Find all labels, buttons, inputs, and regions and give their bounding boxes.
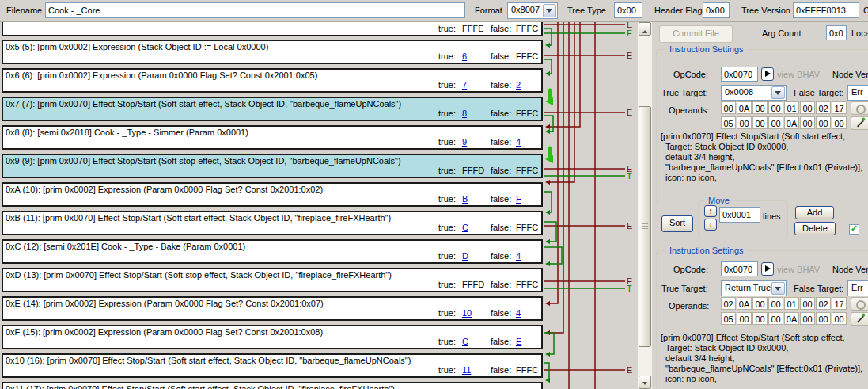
scrollbar-thumb[interactable] <box>639 106 651 347</box>
chevron-down-icon[interactable] <box>771 282 785 295</box>
true-target-link[interactable]: 10 <box>462 308 472 318</box>
operand-wizard-button[interactable] <box>851 312 868 326</box>
false-target-link[interactable]: 2 <box>516 80 521 90</box>
false-target-link[interactable]: 4 <box>516 137 521 147</box>
operand-byte[interactable]: 00 <box>768 312 783 325</box>
true-target-link[interactable]: C <box>462 223 468 232</box>
operand-byte[interactable]: 01 <box>784 297 799 310</box>
instruction-row[interactable]: 0xD (13): [prim 0x0070] Effect Stop/Star… <box>2 268 543 292</box>
scroll-down-button[interactable] <box>639 376 651 389</box>
operand-byte[interactable]: 00 <box>816 116 831 129</box>
instruction-row[interactable]: 0xE (14): [prim 0x0002] Expression (Para… <box>2 296 543 321</box>
operand-byte[interactable]: 00 <box>737 116 752 129</box>
operand-byte[interactable]: 0A <box>737 297 752 310</box>
sort-button[interactable]: Sort <box>661 215 693 232</box>
operand-tool-button[interactable] <box>851 297 868 311</box>
operand-byte[interactable]: 00 <box>832 312 847 325</box>
false-target-link[interactable]: E <box>516 337 521 346</box>
operand-byte[interactable]: 00 <box>800 312 815 325</box>
opcode-input[interactable] <box>721 67 758 82</box>
operand-byte[interactable]: 00 <box>768 101 783 114</box>
false-target-select[interactable]: Err <box>847 85 868 101</box>
instruction-row[interactable]: 0xB (11): [prim 0x0070] Effect Stop/Star… <box>2 211 543 235</box>
instruction-row[interactable]: 0x10 (16): [prim 0x0070] Effect Stop/Sta… <box>2 353 543 378</box>
operand-byte[interactable]: 00 <box>800 297 815 310</box>
operand-byte[interactable]: 00 <box>800 101 815 114</box>
enabled-checkbox[interactable]: ✓ <box>849 224 859 235</box>
opcode-input[interactable] <box>721 261 758 276</box>
filename-input[interactable] <box>45 2 465 18</box>
true-target-select[interactable]: 0x0008 <box>721 85 787 101</box>
move-down-button[interactable]: ↓ <box>704 219 717 231</box>
operand-byte[interactable]: 00 <box>816 312 831 325</box>
operand-byte[interactable]: 17 <box>832 297 847 310</box>
operand-byte[interactable]: 00 <box>752 297 768 310</box>
operand-byte[interactable]: 17 <box>832 101 847 114</box>
operand-byte[interactable]: 00 <box>721 101 736 114</box>
goto-bhav-button[interactable] <box>761 67 774 81</box>
operand-tool-button[interactable] <box>851 101 868 115</box>
true-target-link[interactable]: 11 <box>462 365 471 375</box>
vertical-scrollbar[interactable] <box>637 22 652 389</box>
true-target-label: True Target: <box>661 88 708 97</box>
operand-byte[interactable]: 00 <box>752 116 768 129</box>
instruction-row[interactable]: 0x9 (9): [prim 0x0070] Effect Stop/Start… <box>2 154 543 178</box>
operand-byte[interactable]: 02 <box>721 297 736 310</box>
operand-byte[interactable]: 00 <box>768 116 783 129</box>
instruction-row[interactable]: true:FFFEfalse:FFFC <box>2 22 543 36</box>
false-target-link[interactable]: 4 <box>516 251 521 261</box>
tree-type-input[interactable] <box>614 2 642 18</box>
tree-version-input[interactable] <box>793 2 859 18</box>
false-target-link: FFFC <box>516 280 538 289</box>
delete-button[interactable]: Delete <box>794 222 836 235</box>
move-lines-input[interactable] <box>719 207 760 223</box>
instruction-row[interactable]: 0x7 (7): [prim 0x0070] Effect Stop/Start… <box>2 97 543 121</box>
instruction-row[interactable]: 0xA (10): [prim 0x0002] Expression (Para… <box>2 182 543 207</box>
operand-byte[interactable]: 0A <box>737 101 752 114</box>
operand-byte[interactable]: 0A <box>784 312 799 325</box>
chevron-down-icon[interactable] <box>543 4 556 17</box>
true-target-link[interactable]: 6 <box>462 51 467 61</box>
operand-byte[interactable]: 00 <box>768 297 783 310</box>
false-target-select[interactable]: Err <box>847 280 868 296</box>
instruction-row[interactable]: 0x5 (5): [prim 0x0002] Expression (Stack… <box>2 40 543 64</box>
true-target-link[interactable]: C <box>462 337 468 346</box>
operand-byte[interactable]: 0A <box>784 116 799 129</box>
goto-bhav-button[interactable] <box>761 262 774 276</box>
operand-byte[interactable]: 02 <box>816 101 831 114</box>
false-target-link[interactable]: F <box>516 194 521 204</box>
instruction-list[interactable]: true:FFFEfalse:FFFC0x5 (5): [prim 0x0002… <box>2 22 543 389</box>
true-target-link[interactable]: 9 <box>462 137 467 147</box>
operand-byte[interactable]: 00 <box>737 312 752 325</box>
chevron-down-icon[interactable] <box>771 86 785 99</box>
format-select[interactable]: 0x8007 <box>507 2 558 19</box>
header-flag-input[interactable] <box>703 2 730 18</box>
instruction-row[interactable]: 0xC (12): [semi 0x201E] Cook - _Type - B… <box>2 239 543 264</box>
instruction-row[interactable]: 0x8 (8): [semi 0x2018] Cook - _Type - Si… <box>2 125 543 150</box>
operand-byte[interactable]: 05 <box>721 312 736 325</box>
operand-wizard-button[interactable] <box>851 116 868 130</box>
true-target-link[interactable]: 7 <box>462 80 467 90</box>
true-target-link[interactable]: 8 <box>462 109 467 118</box>
instruction-row[interactable]: 0x6 (6): [prim 0x0002] Expression (Param… <box>2 68 543 93</box>
true-target-select[interactable]: Return True <box>721 280 787 296</box>
true-target-link[interactable]: D <box>462 251 468 261</box>
operand-byte[interactable]: 05 <box>721 116 736 129</box>
operand-byte[interactable]: 00 <box>832 116 847 129</box>
commit-file-button[interactable]: Commit File <box>659 25 733 43</box>
scroll-up-button[interactable] <box>639 22 651 36</box>
add-button[interactable]: Add <box>795 206 834 219</box>
false-target-link[interactable]: 4 <box>516 308 521 318</box>
operand-byte[interactable]: 01 <box>784 101 799 114</box>
instruction-row[interactable]: 0xF (15): [prim 0x0002] Expression (Para… <box>2 325 543 349</box>
true-target-link[interactable]: B <box>462 194 468 204</box>
operand-byte[interactable]: 00 <box>800 116 815 129</box>
group-title: Instruction Settings <box>666 246 747 255</box>
operand-byte[interactable]: 00 <box>752 101 768 114</box>
true-target-label: True Target: <box>661 284 708 293</box>
instruction-row[interactable]: 0x11 (17): [prim 0x0070] Effect Stop/Sta… <box>2 382 543 389</box>
arg-count-input[interactable] <box>826 25 847 40</box>
operand-byte[interactable]: 00 <box>752 312 768 325</box>
operand-byte[interactable]: 02 <box>816 297 831 310</box>
move-up-button[interactable]: ↑ <box>704 205 717 217</box>
